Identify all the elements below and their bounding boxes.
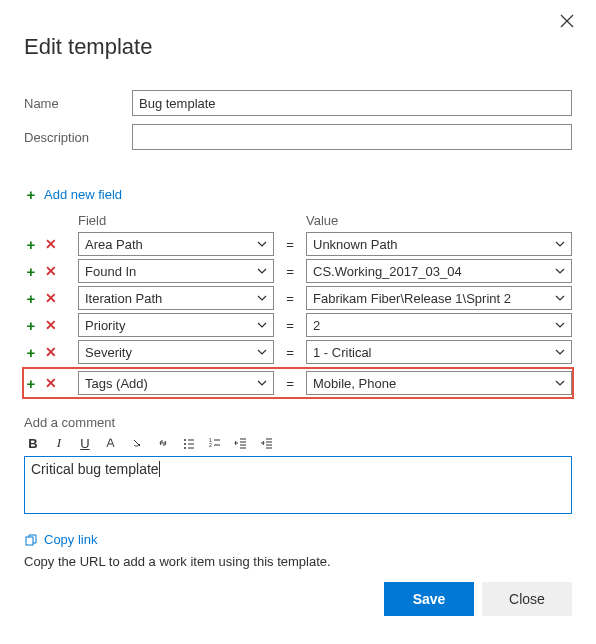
remove-row-icon[interactable]: ✕: [44, 290, 58, 307]
field-dropdown-label: Tags (Add): [85, 376, 148, 391]
equals-sign: =: [274, 291, 306, 306]
remove-row-icon[interactable]: ✕: [44, 344, 58, 361]
chevron-down-icon: [257, 293, 267, 303]
comment-textarea[interactable]: Critical bug template: [24, 456, 572, 514]
equals-sign: =: [274, 376, 306, 391]
copy-icon: [24, 533, 38, 547]
field-dropdown-label: Found In: [85, 264, 136, 279]
chevron-down-icon: [257, 347, 267, 357]
value-dropdown[interactable]: Unknown Path: [306, 232, 572, 256]
value-dropdown-label: Mobile, Phone: [313, 376, 396, 391]
svg-point-2: [184, 447, 186, 449]
field-row: +✕Found In=CS.Working_2017_03_04: [24, 259, 572, 283]
outdent-button[interactable]: [232, 434, 250, 452]
value-dropdown[interactable]: 2: [306, 313, 572, 337]
field-row: +✕Area Path=Unknown Path: [24, 232, 572, 256]
clear-format-button[interactable]: [128, 434, 146, 452]
chevron-down-icon: [555, 266, 565, 276]
comment-text: Critical bug template: [31, 461, 160, 477]
chevron-down-icon: [555, 347, 565, 357]
add-new-field-link[interactable]: + Add new field: [24, 186, 122, 203]
indent-button[interactable]: [258, 434, 276, 452]
value-dropdown-label: Unknown Path: [313, 237, 398, 252]
value-dropdown[interactable]: 1 - Critical: [306, 340, 572, 364]
add-new-field-label: Add new field: [44, 187, 122, 202]
field-dropdown[interactable]: Severity: [78, 340, 274, 364]
chevron-down-icon: [555, 293, 565, 303]
chevron-down-icon: [257, 378, 267, 388]
add-row-icon[interactable]: +: [24, 263, 38, 280]
value-dropdown-label: 2: [313, 318, 320, 333]
chevron-down-icon: [555, 378, 565, 388]
value-dropdown[interactable]: CS.Working_2017_03_04: [306, 259, 572, 283]
equals-sign: =: [274, 318, 306, 333]
chevron-down-icon: [555, 320, 565, 330]
plus-icon: +: [24, 186, 38, 203]
add-row-icon[interactable]: +: [24, 375, 38, 392]
remove-row-icon[interactable]: ✕: [44, 317, 58, 334]
value-dropdown[interactable]: Mobile, Phone: [306, 371, 572, 395]
copy-link-button[interactable]: Copy link: [24, 532, 97, 547]
copy-link-description: Copy the URL to add a work item using th…: [24, 554, 572, 569]
add-row-icon[interactable]: +: [24, 344, 38, 361]
field-dropdown-label: Iteration Path: [85, 291, 162, 306]
name-row: Name: [24, 90, 572, 116]
svg-text:2: 2: [209, 442, 212, 448]
equals-sign: =: [274, 345, 306, 360]
field-dropdown[interactable]: Tags (Add): [78, 371, 274, 395]
close-button[interactable]: Close: [482, 582, 572, 616]
chevron-down-icon: [555, 239, 565, 249]
name-label: Name: [24, 96, 132, 111]
description-input[interactable]: [132, 124, 572, 150]
copy-link-label: Copy link: [44, 532, 97, 547]
description-row: Description: [24, 124, 572, 150]
comment-label: Add a comment: [24, 415, 572, 430]
bold-button[interactable]: B: [24, 434, 42, 452]
dialog-footer: Save Close: [384, 582, 572, 616]
rich-text-toolbar: B I U 12: [24, 434, 572, 452]
close-icon[interactable]: [560, 14, 574, 31]
field-row: +✕Severity=1 - Critical: [24, 340, 572, 364]
underline-button[interactable]: U: [76, 434, 94, 452]
field-dropdown[interactable]: Priority: [78, 313, 274, 337]
field-dropdown[interactable]: Iteration Path: [78, 286, 274, 310]
dialog-title: Edit template: [24, 34, 572, 60]
svg-rect-5: [26, 537, 33, 545]
field-row: +✕Iteration Path=Fabrikam Fiber\Release …: [24, 286, 572, 310]
field-dropdown-label: Area Path: [85, 237, 143, 252]
font-button[interactable]: [102, 434, 120, 452]
remove-row-icon[interactable]: ✕: [44, 375, 58, 392]
equals-sign: =: [274, 237, 306, 252]
description-label: Description: [24, 130, 132, 145]
add-row-icon[interactable]: +: [24, 290, 38, 307]
chevron-down-icon: [257, 320, 267, 330]
field-header: Field: [78, 213, 274, 228]
equals-sign: =: [274, 264, 306, 279]
svg-point-1: [184, 443, 186, 445]
chevron-down-icon: [257, 266, 267, 276]
fields-header: Field Value: [24, 213, 572, 228]
bullet-list-button[interactable]: [180, 434, 198, 452]
remove-row-icon[interactable]: ✕: [44, 263, 58, 280]
link-button[interactable]: [154, 434, 172, 452]
value-header: Value: [306, 213, 572, 228]
value-dropdown[interactable]: Fabrikam Fiber\Release 1\Sprint 2: [306, 286, 572, 310]
add-row-icon[interactable]: +: [24, 317, 38, 334]
field-dropdown[interactable]: Area Path: [78, 232, 274, 256]
svg-point-0: [184, 439, 186, 441]
field-row: +✕Tags (Add)=Mobile, Phone: [22, 367, 574, 399]
add-row-icon[interactable]: +: [24, 236, 38, 253]
number-list-button[interactable]: 12: [206, 434, 224, 452]
field-row: +✕Priority=2: [24, 313, 572, 337]
value-dropdown-label: CS.Working_2017_03_04: [313, 264, 462, 279]
chevron-down-icon: [257, 239, 267, 249]
field-dropdown-label: Severity: [85, 345, 132, 360]
name-input[interactable]: [132, 90, 572, 116]
field-dropdown[interactable]: Found In: [78, 259, 274, 283]
field-dropdown-label: Priority: [85, 318, 125, 333]
value-dropdown-label: 1 - Critical: [313, 345, 372, 360]
italic-button[interactable]: I: [50, 434, 68, 452]
save-button[interactable]: Save: [384, 582, 474, 616]
value-dropdown-label: Fabrikam Fiber\Release 1\Sprint 2: [313, 291, 511, 306]
remove-row-icon[interactable]: ✕: [44, 236, 58, 253]
